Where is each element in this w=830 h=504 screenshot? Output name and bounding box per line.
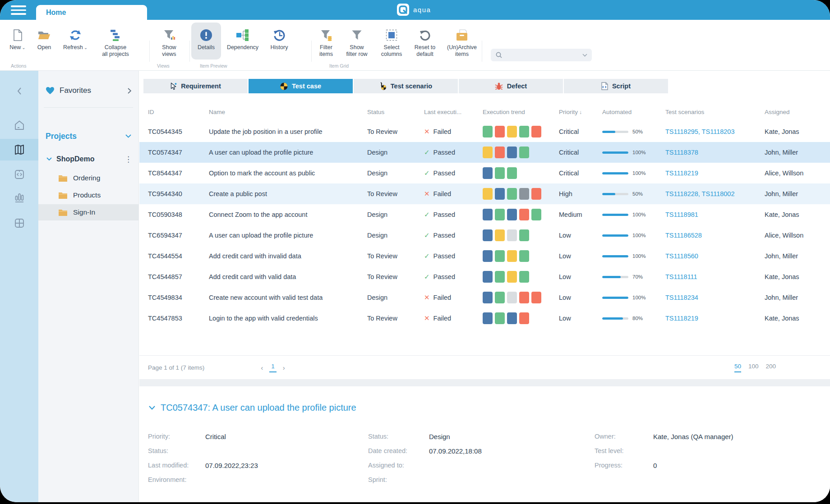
column-header-automated[interactable]: Automated [602,109,665,115]
sidebar-item-reports[interactable] [0,187,38,208]
table-row[interactable]: TC0574347A user can upload the profile p… [139,142,830,163]
chevron-down-icon: ⌄ [84,45,88,50]
next-page-button[interactable]: › [283,364,285,371]
collapse-all-projects-button[interactable]: Collapse all projects [94,23,137,60]
select-columns-button[interactable]: Select columns [374,23,409,60]
column-header-test-scenarios[interactable]: Test scenarios [665,109,765,115]
sidebar-item-home[interactable] [0,115,38,136]
column-header-name[interactable]: Name [209,109,367,115]
dependency-button[interactable]: Dependency [221,23,264,60]
filter-items-button[interactable]: Filter items [313,23,339,60]
sidebar-item-projects[interactable] [0,139,38,160]
test-scenario-link[interactable]: TS1118111 [665,273,765,280]
project-node-shopdemo[interactable]: ShopDemo ⋮ [38,151,138,167]
row-status: Design [367,294,424,301]
column-header-id[interactable]: ID [148,109,209,115]
test-scenario-link[interactable]: TS1118560 [665,252,765,260]
folder-icon [58,209,68,216]
unarchive-items-button[interactable]: (Un)Archive items [441,23,483,60]
new-button[interactable]: New⌄ [4,23,32,60]
trend-square [495,312,505,324]
tab-script[interactable]: Script [564,79,668,93]
favorites-section[interactable]: Favorites [38,83,138,98]
row-assigned: John, Miller [765,190,830,197]
column-header-status[interactable]: Status [367,109,424,115]
column-header-assigned[interactable]: Assigned [765,109,830,115]
table-row[interactable]: TC4549834Create new account with valid t… [139,287,830,308]
projects-header[interactable]: Projects [38,129,138,143]
table-row[interactable]: TC4547853Login to the app with valid cre… [139,308,830,329]
history-button[interactable]: History [264,23,294,60]
trend-square [483,209,493,220]
details-button[interactable]: Details [191,23,221,60]
row-priority: Low [559,232,602,239]
tab-test-scenario[interactable]: Test scenario [354,79,458,93]
open-button[interactable]: Open [32,23,57,60]
show-views-button[interactable]: Show views [152,23,187,60]
search-input[interactable] [503,51,582,59]
test-scenario-link[interactable]: TS1118228, TS1118002 [665,190,765,197]
table-row[interactable]: TC0590348Connect Zoom to the app account… [139,204,830,225]
test-scenario-link[interactable]: TS1118219 [665,170,765,177]
last-execution-label: Passed [433,252,455,260]
folder-node-ordering[interactable]: Ordering [38,170,138,186]
sidebar-item-grid-view[interactable] [0,212,38,234]
tab-label: Script [612,82,631,90]
filter-items-icon [320,27,332,43]
table-row[interactable]: TC9544340Create a public postTo Review✕F… [139,183,830,204]
test-scenario-link[interactable]: TS1118981 [665,211,765,218]
trend-square [495,292,505,303]
column-header-last-execution[interactable]: Last executi... [424,109,483,115]
tab-test-case[interactable]: Test case [249,79,353,93]
reset-to-default-button[interactable]: Reset to default [409,23,441,60]
folder-node-sign-in[interactable]: Sign-In [38,204,138,220]
page-size-50[interactable]: 50 [734,363,741,372]
reset-default-icon [419,27,431,43]
row-last-execution: ✕Failed [424,293,483,302]
group-label-actions: Actions [11,63,26,69]
folder-node-products[interactable]: Products [38,187,138,203]
page-size-200[interactable]: 200 [765,363,776,372]
preview-field: Owner:Kate, Jonas (QA manager) [595,429,733,444]
row-assigned: Alice, Willson [765,232,830,239]
sidebar-item-scripts[interactable] [0,164,38,185]
kebab-menu-icon[interactable]: ⋮ [124,155,132,164]
page-size-100[interactable]: 100 [748,363,759,372]
trend-square [483,229,493,241]
column-header-execution-trend[interactable]: Execution trend [483,109,559,115]
field-label: Test level: [595,447,653,454]
tab-requirement[interactable]: Requirement [143,79,248,93]
row-priority: Critical [559,170,602,177]
preview-field: Assigned to: [368,458,482,472]
show-filter-row-button[interactable]: Show filter row [339,23,374,60]
table-row[interactable]: TC8544347Option to mark the account as p… [139,163,830,183]
test-scenario-link[interactable]: TS1118219 [665,315,765,322]
table-row[interactable]: TC4544554Add credit card with invalid da… [139,246,830,266]
tab-defect[interactable]: Defect [459,79,563,93]
search-box[interactable] [491,49,592,61]
table-row[interactable]: TC0544345Update the job position in a us… [139,121,830,142]
new-label: New [9,44,21,50]
preview-title[interactable]: TC0574347: A user can upload the profile… [149,403,356,413]
test-scenario-link[interactable]: TS1118378 [665,149,765,156]
last-execution-label: Failed [433,294,452,301]
test-scenario-link[interactable]: TS1118295, TS1118203 [665,128,765,135]
page-number[interactable]: 1 [269,363,277,372]
aqua-logo-icon [397,4,409,16]
table-row[interactable]: TC6594347A user can upload the profile p… [139,225,830,246]
prev-page-button[interactable]: ‹ [261,364,263,371]
row-name: Option to mark the account as public [209,170,367,177]
automated-progress-bar [602,193,628,195]
test-scenario-link[interactable]: TS1118234 [665,294,765,301]
column-header-priority[interactable]: Priority↓ [559,109,602,115]
preview-field: Status:Design [368,429,482,444]
collapse-sidebar-button[interactable] [0,80,38,102]
tab-home[interactable]: Home [36,5,147,20]
tab-label: Test case [292,82,321,90]
hamburger-menu-icon[interactable] [11,5,26,15]
test-scenario-link[interactable]: TS11186528 [665,232,765,239]
group-label-item-grid: Item Grid [329,63,349,69]
refresh-button[interactable]: Refresh⌄ [57,23,94,60]
failed-x-icon: ✕ [424,293,430,302]
table-row[interactable]: TC4544857Add credit card with valid data… [139,266,830,287]
